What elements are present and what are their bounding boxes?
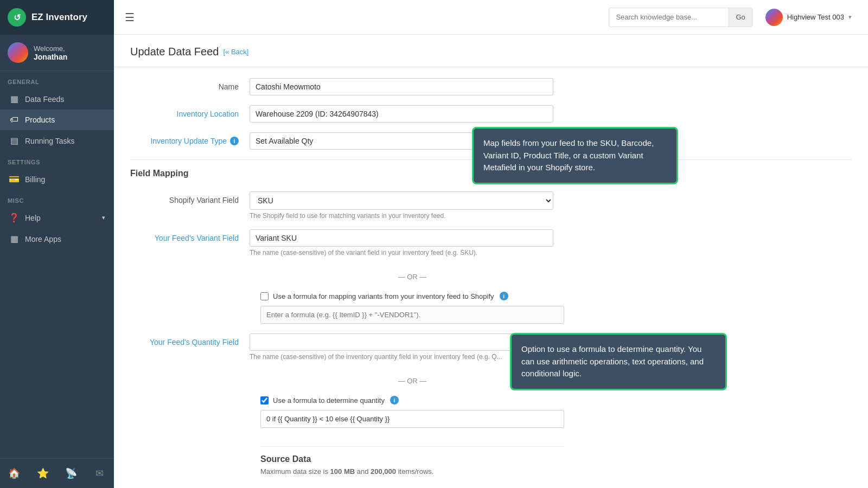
- quantity-formula-row: Use a formula to determine quantity i: [130, 396, 852, 428]
- sidebar: ↺ EZ Inventory Welcome, Jonathan GENERAL…: [0, 0, 114, 488]
- sidebar-item-label: Billing: [25, 175, 45, 184]
- page-header: Update Data Feed [« Back]: [114, 35, 868, 67]
- name-row: Name: [130, 78, 852, 95]
- formula-mapping-info-icon[interactable]: i: [500, 292, 508, 300]
- misc-section-label: MISC: [0, 190, 114, 207]
- products-icon: 🏷: [9, 115, 20, 125]
- form-area: Name Inventory Location Inventory Update…: [114, 67, 868, 488]
- formula-mapping-label[interactable]: Use a formula for mapping variants from …: [273, 292, 494, 300]
- feed-variant-field-input[interactable]: [250, 229, 553, 247]
- running-tasks-icon: ▤: [9, 136, 20, 146]
- source-data-title: Source Data: [260, 446, 564, 464]
- section-general: GENERAL ▦ Data Feeds 🏷 Products ▤ Runnin…: [0, 71, 114, 151]
- inventory-location-label: Inventory Location: [130, 105, 239, 118]
- sidebar-bottom-bar: 🏠 ⭐ 📡 ✉: [0, 458, 114, 488]
- welcome-text: Welcome,: [34, 44, 65, 53]
- sidebar-item-label: More Apps: [25, 235, 61, 243]
- logo-icon: ↺: [8, 8, 26, 27]
- home-icon[interactable]: 🏠: [0, 463, 29, 484]
- quantity-field-label: Your Feed's Quantity Field: [130, 333, 239, 346]
- formula-mapping-row: Use a formula for mapping variants from …: [130, 292, 852, 324]
- feed-variant-field-label: Your Feed's Variant Field: [130, 229, 239, 242]
- help-icon: ❓: [9, 213, 20, 223]
- feed-icon[interactable]: 📡: [57, 463, 86, 484]
- app-title: EZ Inventory: [31, 12, 87, 23]
- formula-mapping-checkbox[interactable]: [260, 292, 269, 300]
- billing-icon: 💳: [9, 174, 20, 184]
- or-divider-1: — OR —: [260, 273, 564, 281]
- sidebar-item-more-apps[interactable]: ▦ More Apps: [0, 228, 114, 249]
- tooltip-quantity-formula: Option to use a formula to determine qua…: [510, 333, 727, 390]
- main: ☰ Go Highview Test 003 ▾ Update Data Fee…: [114, 0, 868, 488]
- sidebar-item-label: Help: [25, 214, 41, 222]
- section-settings: SETTINGS 💳 Billing: [0, 151, 114, 190]
- sidebar-item-running-tasks[interactable]: ▤ Running Tasks: [0, 130, 114, 151]
- quantity-formula-checkbox[interactable]: [260, 396, 269, 404]
- search-input[interactable]: [609, 13, 729, 21]
- inventory-update-type-label: Inventory Update Type i: [130, 132, 239, 145]
- name-input[interactable]: [250, 78, 553, 95]
- quantity-field-row: Your Feed's Quantity Field The name (cas…: [130, 333, 852, 361]
- sidebar-item-label: Running Tasks: [25, 137, 75, 145]
- feed-variant-field-hint: The name (case-sensitive) of the variant…: [250, 249, 553, 256]
- section-misc: MISC ❓ Help ▾ ▦ More Apps: [0, 190, 114, 249]
- page-title-text: Update Data Feed: [130, 46, 219, 58]
- source-data-row: Source Data Maximum data size is 100 MB …: [130, 438, 852, 476]
- inventory-location-input[interactable]: [250, 105, 553, 123]
- shopify-variant-field-select[interactable]: SKU Barcode Variant ID Product Title: [250, 191, 553, 210]
- quantity-field-hint: The name (case-sensitive) of the invento…: [250, 353, 553, 361]
- more-apps-icon: ▦: [9, 234, 20, 244]
- content-area: Update Data Feed [« Back] Name Inventory…: [114, 35, 868, 488]
- formula-mapping-input[interactable]: [260, 306, 564, 324]
- hamburger-menu-icon[interactable]: ☰: [125, 11, 135, 24]
- back-link[interactable]: [« Back]: [223, 48, 248, 56]
- shopify-variant-field-row: Shopify Variant Field SKU Barcode Varian…: [130, 191, 852, 220]
- sidebar-item-data-feeds[interactable]: ▦ Data Feeds: [0, 88, 114, 110]
- sidebar-user: Welcome, Jonathan: [0, 35, 114, 71]
- settings-section-label: SETTINGS: [0, 151, 114, 169]
- sidebar-item-label: Data Feeds: [25, 95, 64, 104]
- source-data-hint: Maximum data size is 100 MB and 200,000 …: [260, 467, 564, 476]
- chevron-down-icon: ▾: [102, 214, 105, 221]
- data-feeds-icon: ▦: [9, 94, 20, 104]
- quantity-formula-label[interactable]: Use a formula to determine quantity: [273, 396, 385, 404]
- quantity-formula-input[interactable]: [260, 410, 564, 428]
- topbar-user-name: Highview Test 003: [787, 13, 844, 21]
- mail-icon[interactable]: ✉: [86, 463, 114, 484]
- inventory-update-type-info-icon[interactable]: i: [230, 137, 239, 145]
- general-section-label: GENERAL: [0, 71, 114, 88]
- username: Jonathan: [34, 53, 67, 61]
- quantity-field-input[interactable]: [250, 333, 553, 351]
- inventory-location-row: Inventory Location: [130, 105, 852, 123]
- star-icon[interactable]: ⭐: [29, 463, 58, 484]
- shopify-variant-field-hint: The Shopify field to use for matching va…: [250, 212, 553, 220]
- topbar: ☰ Go Highview Test 003 ▾: [114, 0, 868, 35]
- sidebar-item-products[interactable]: 🏷 Products: [0, 110, 114, 130]
- sidebar-item-help[interactable]: ❓ Help ▾: [0, 207, 114, 228]
- name-label: Name: [130, 78, 239, 91]
- topbar-chevron-icon: ▾: [848, 14, 852, 21]
- quantity-formula-info-icon[interactable]: i: [390, 396, 399, 404]
- feed-variant-field-row: Your Feed's Variant Field The name (case…: [130, 229, 852, 256]
- search-box: Go: [609, 8, 752, 27]
- shopify-variant-field-label: Shopify Variant Field: [130, 191, 239, 204]
- sidebar-item-billing[interactable]: 💳 Billing: [0, 169, 114, 190]
- sidebar-logo[interactable]: ↺ EZ Inventory: [0, 0, 114, 35]
- avatar: [8, 42, 28, 63]
- topbar-user-badge[interactable]: Highview Test 003 ▾: [760, 5, 857, 29]
- tooltip-field-mapping: Map fields from your feed to the SKU, Ba…: [472, 127, 678, 184]
- sidebar-item-label: Products: [25, 115, 55, 124]
- search-go-button[interactable]: Go: [729, 8, 751, 27]
- topbar-avatar: [765, 9, 783, 26]
